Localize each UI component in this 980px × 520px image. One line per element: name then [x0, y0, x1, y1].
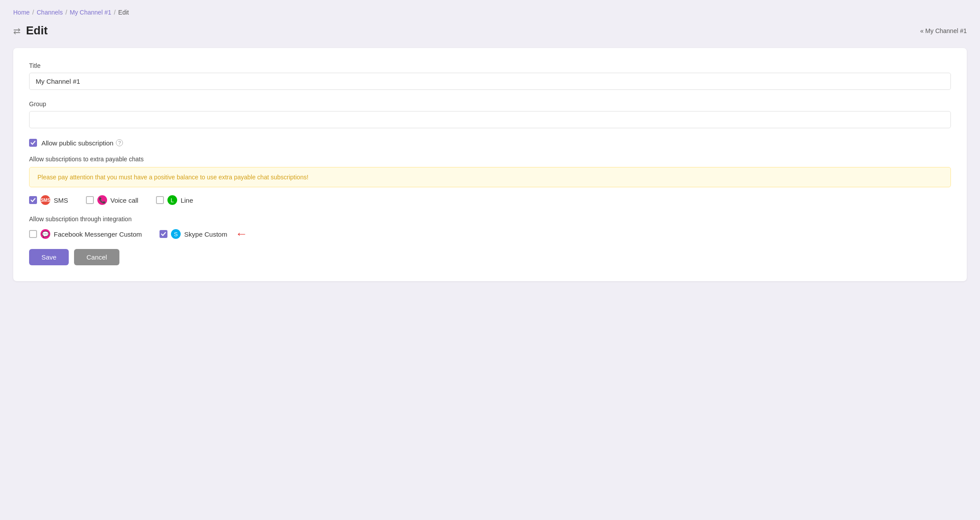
page-title: Edit	[26, 24, 48, 37]
fb-checkbox[interactable]	[29, 230, 37, 238]
group-field-group: Group	[29, 100, 951, 128]
sms-label: SMS	[54, 197, 68, 204]
help-icon[interactable]: ?	[116, 139, 123, 146]
skype-option: S Skype Custom	[160, 229, 227, 239]
group-label: Group	[29, 100, 951, 108]
skype-checkbox[interactable]	[160, 230, 167, 238]
breadcrumb: Home / Channels / My Channel #1 / Edit	[13, 9, 967, 16]
breadcrumb-channel[interactable]: My Channel #1	[70, 9, 111, 16]
fb-icon: 💬	[41, 229, 50, 239]
page-title-wrap: ⇄ Edit	[13, 24, 48, 37]
integration-options-row: 💬 Facebook Messenger Custom S Skype Cust…	[29, 227, 951, 241]
breadcrumb-sep2: /	[65, 9, 67, 16]
sms-checkbox[interactable]	[29, 196, 37, 204]
voice-label: Voice call	[111, 197, 138, 204]
group-input[interactable]	[29, 111, 951, 128]
title-label: Title	[29, 62, 951, 69]
fb-option: 💬 Facebook Messenger Custom	[29, 229, 142, 239]
warning-box: Please pay attention that you must have …	[29, 167, 951, 187]
line-option: L Line	[156, 195, 193, 205]
form-card: Title Group Allow public subscription ? …	[13, 48, 967, 281]
buttons-row: Save Cancel	[29, 249, 951, 265]
line-label: Line	[181, 197, 193, 204]
edit-arrows-icon: ⇄	[13, 26, 21, 36]
voice-option: 📞 Voice call	[86, 195, 138, 205]
breadcrumb-channels[interactable]: Channels	[37, 9, 63, 16]
sms-icon: SMS	[41, 195, 50, 205]
payable-options-row: SMS SMS 📞 Voice call L Line	[29, 195, 951, 205]
allow-public-sub-row: Allow public subscription ?	[29, 139, 951, 147]
fb-label: Facebook Messenger Custom	[54, 230, 142, 238]
save-button[interactable]: Save	[29, 249, 69, 265]
page-header: ⇄ Edit « My Channel #1	[13, 24, 967, 37]
voice-checkbox[interactable]	[86, 196, 94, 204]
breadcrumb-sep1: /	[32, 9, 34, 16]
extra-payable-label: Allow subscriptions to extra payable cha…	[29, 156, 951, 163]
allow-public-sub-label: Allow public subscription ?	[41, 139, 123, 147]
breadcrumb-sep3: /	[114, 9, 115, 16]
voice-icon: 📞	[97, 195, 107, 205]
title-field-group: Title	[29, 62, 951, 90]
back-link[interactable]: « My Channel #1	[920, 27, 967, 34]
line-checkbox[interactable]	[156, 196, 164, 204]
breadcrumb-home[interactable]: Home	[13, 9, 30, 16]
allow-public-sub-checkbox[interactable]	[29, 139, 37, 147]
red-arrow-indicator: ←	[235, 227, 248, 241]
cancel-button[interactable]: Cancel	[74, 249, 119, 265]
extra-payable-section: Allow subscriptions to extra payable cha…	[29, 156, 951, 205]
skype-icon: S	[171, 229, 181, 239]
integration-label: Allow subscription through integration	[29, 215, 951, 223]
line-icon: L	[167, 195, 177, 205]
warning-text: Please pay attention that you must have …	[37, 174, 308, 181]
breadcrumb-current: Edit	[118, 9, 129, 16]
skype-option-wrap: S Skype Custom ←	[160, 227, 248, 241]
integration-section: Allow subscription through integration 💬…	[29, 215, 951, 241]
sms-option: SMS SMS	[29, 195, 68, 205]
title-input[interactable]	[29, 73, 951, 90]
skype-label: Skype Custom	[184, 230, 227, 238]
